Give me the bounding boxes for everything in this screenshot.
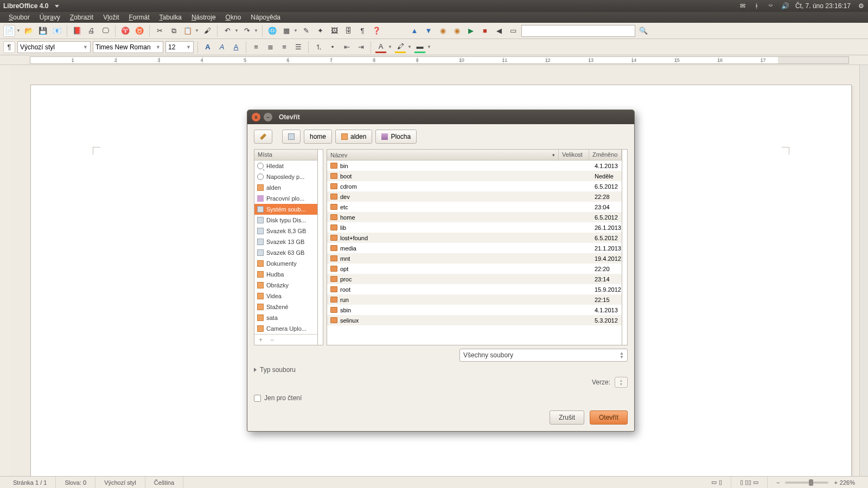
file-row[interactable]: home6.5.2012 bbox=[327, 212, 622, 222]
places-item[interactable]: sata bbox=[254, 312, 317, 323]
places-item[interactable]: Videa bbox=[254, 291, 317, 301]
selection-mode-icon[interactable]: ▯ bbox=[719, 479, 722, 486]
file-row[interactable]: lib26.1.2013 bbox=[327, 222, 622, 233]
places-item[interactable]: Svazek 13 GB bbox=[254, 236, 317, 247]
highlight-arrow-icon[interactable]: ▼ bbox=[407, 44, 412, 49]
nav-up-icon[interactable]: ▲ bbox=[409, 25, 420, 37]
styles-button[interactable]: ¶ bbox=[3, 41, 15, 53]
numbered-list-button[interactable]: ⒈ bbox=[312, 41, 324, 53]
places-item[interactable]: Disk typu Dis... bbox=[254, 215, 317, 226]
undo-arrow-icon[interactable]: ▼ bbox=[234, 28, 239, 33]
places-item[interactable]: Camera Uplo... bbox=[254, 323, 317, 334]
gallery-button[interactable]: 🖼 bbox=[328, 25, 340, 37]
table-button[interactable]: ▦ bbox=[280, 25, 292, 37]
align-left-button[interactable]: ≡ bbox=[250, 41, 262, 53]
panel-clock[interactable]: Čt, 7. úno 23:16:17 bbox=[795, 2, 851, 10]
menu-soubor[interactable]: Soubor bbox=[4, 12, 34, 22]
file-row[interactable]: root15.9.2012 bbox=[327, 284, 622, 294]
view-single-icon[interactable]: ▯ bbox=[740, 479, 743, 486]
nav-next-icon[interactable]: ◉ bbox=[451, 25, 463, 37]
path-edit-button[interactable] bbox=[254, 130, 272, 144]
paste-arrow-icon[interactable]: ▼ bbox=[195, 28, 199, 33]
table-arrow-icon[interactable]: ▼ bbox=[293, 28, 298, 33]
bluetooth-icon[interactable]: ᚼ bbox=[753, 2, 761, 10]
close-icon[interactable]: × bbox=[252, 113, 260, 121]
underline-button[interactable]: A bbox=[230, 41, 242, 53]
dropdown-arrow-icon[interactable]: ▼ bbox=[184, 44, 191, 50]
align-right-button[interactable]: ≡ bbox=[278, 41, 290, 53]
spellcheck-button[interactable]: ♈ bbox=[119, 25, 131, 37]
italic-button[interactable]: A bbox=[216, 41, 228, 53]
wifi-icon[interactable]: ⌔ bbox=[767, 2, 775, 10]
file-row[interactable]: run22:15 bbox=[327, 294, 622, 305]
spinner-arrows-icon[interactable]: ▲▼ bbox=[620, 351, 624, 359]
menu-okno[interactable]: Okno bbox=[221, 12, 246, 22]
nonprint-button[interactable]: ¶ bbox=[356, 25, 368, 37]
menu-zobrazit[interactable]: Zobrazit bbox=[66, 12, 98, 22]
undo-button[interactable]: ↶ bbox=[221, 25, 233, 37]
help-button[interactable]: ❓ bbox=[371, 25, 382, 37]
menu-vlozit[interactable]: Vložit bbox=[99, 12, 123, 22]
redo-arrow-icon[interactable]: ▼ bbox=[254, 28, 258, 33]
file-row[interactable]: selinux5.3.2012 bbox=[327, 315, 622, 325]
bold-button[interactable]: A bbox=[202, 41, 214, 53]
hyperlink-button[interactable]: 🌐 bbox=[266, 25, 278, 37]
copy-button[interactable]: ⧉ bbox=[168, 25, 180, 37]
menu-upravy[interactable]: Úpravy bbox=[35, 12, 65, 22]
places-item[interactable]: Svazek 8,3 GB bbox=[254, 226, 317, 236]
places-item[interactable]: Naposledy p... bbox=[254, 171, 317, 182]
col-name-header[interactable]: Název ▾ bbox=[327, 150, 559, 160]
readonly-checkbox[interactable] bbox=[254, 395, 261, 402]
volume-icon[interactable]: 🔊 bbox=[781, 2, 789, 10]
file-filter-combo[interactable]: Všechny soubory ▲▼ bbox=[459, 349, 628, 362]
save-button[interactable]: 💾 bbox=[37, 25, 49, 37]
path-root-button[interactable] bbox=[282, 130, 301, 144]
font-name-combo[interactable]: Times New Roman ▼ bbox=[93, 41, 163, 53]
places-item[interactable]: alden bbox=[254, 182, 317, 193]
bg-color-button[interactable]: ▬ bbox=[414, 41, 426, 53]
autospell-button[interactable]: ♉ bbox=[133, 25, 145, 37]
new-doc-button[interactable]: 📄 bbox=[3, 25, 15, 37]
horizontal-ruler[interactable]: 123456789101112131415161718 bbox=[0, 55, 868, 65]
session-gear-icon[interactable]: ⚙ bbox=[857, 2, 865, 10]
file-row[interactable]: etc23:04 bbox=[327, 202, 622, 212]
export-pdf-button[interactable]: 📕 bbox=[71, 25, 83, 37]
places-add-icon[interactable]: + bbox=[259, 336, 263, 344]
col-date-header[interactable]: Změněno bbox=[589, 150, 622, 160]
places-item[interactable]: Pracovní plo... bbox=[254, 193, 317, 204]
status-lang[interactable]: Čeština bbox=[145, 477, 183, 488]
menu-format[interactable]: Formát bbox=[125, 12, 154, 22]
file-row[interactable]: media21.1.2013 bbox=[327, 243, 622, 253]
draw-button[interactable]: ✎ bbox=[300, 25, 312, 37]
zoom-out-icon[interactable]: − bbox=[776, 479, 780, 486]
paste-button[interactable]: 📋 bbox=[182, 25, 194, 37]
app-menu-arrow-icon[interactable] bbox=[55, 5, 59, 8]
zoom-value[interactable]: 226% bbox=[840, 479, 855, 486]
align-center-button[interactable]: ≣ bbox=[264, 41, 276, 53]
minimize-icon[interactable]: – bbox=[264, 113, 272, 121]
file-row[interactable]: opt22:20 bbox=[327, 264, 622, 274]
view-book-icon[interactable]: ▭ bbox=[753, 479, 758, 486]
redo-button[interactable]: ↷ bbox=[241, 25, 253, 37]
places-item[interactable]: Obrázky bbox=[254, 280, 317, 291]
zoom-slider[interactable] bbox=[785, 481, 828, 484]
dropdown-arrow-icon[interactable]: ▼ bbox=[81, 44, 88, 50]
bullet-list-button[interactable]: • bbox=[327, 41, 339, 53]
nav-prev-icon[interactable]: ◉ bbox=[437, 25, 449, 37]
datasource-button[interactable]: 🗄 bbox=[342, 25, 354, 37]
file-row[interactable]: proc23:14 bbox=[327, 274, 622, 284]
file-row[interactable]: mnt19.4.2012 bbox=[327, 253, 622, 264]
macro-play-icon[interactable]: ▶ bbox=[465, 25, 477, 37]
places-remove-icon[interactable]: − bbox=[270, 336, 274, 344]
status-words[interactable]: Slova: 0 bbox=[56, 477, 95, 488]
new-window-icon[interactable]: ▭ bbox=[507, 25, 519, 37]
font-size-combo[interactable]: 12 ▼ bbox=[165, 41, 194, 53]
format-paint-button[interactable]: 🖌 bbox=[201, 25, 213, 37]
find-toggle-icon[interactable]: 🔍 bbox=[637, 25, 649, 37]
file-row[interactable]: sbin4.1.2013 bbox=[327, 305, 622, 315]
align-justify-button[interactable]: ☰ bbox=[292, 41, 304, 53]
file-row[interactable]: lost+found6.5.2012 bbox=[327, 233, 622, 243]
macro-stop-icon[interactable]: ■ bbox=[479, 25, 491, 37]
menu-nastroje[interactable]: Nástroje bbox=[187, 12, 220, 22]
cut-button[interactable]: ✂ bbox=[154, 25, 165, 37]
